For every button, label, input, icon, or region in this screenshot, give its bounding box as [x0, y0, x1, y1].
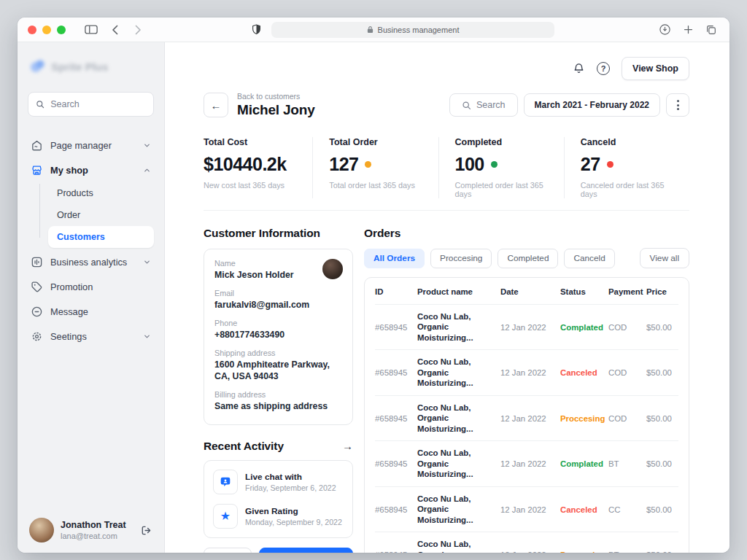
customer-avatar: [322, 259, 343, 279]
order-price: $50.00: [646, 414, 678, 423]
back-nav-icon[interactable]: [107, 22, 123, 38]
order-status: Complated: [560, 459, 608, 468]
minimize-window-button[interactable]: [42, 26, 51, 34]
star-icon: ★: [213, 504, 238, 529]
more-options-button[interactable]: [666, 93, 689, 117]
sidebar-item-business-analytics[interactable]: Business analytics: [28, 249, 154, 274]
order-product: Coco Nu Lab, Organic Moisturizing...: [417, 402, 500, 434]
logout-icon[interactable]: [140, 524, 152, 537]
date-range-button[interactable]: March 2021 - February 2022: [524, 93, 660, 117]
lock-icon: [367, 26, 374, 34]
close-window-button[interactable]: [28, 26, 36, 34]
sidebar-item-my-shop[interactable]: My shop: [28, 158, 154, 182]
top-action-bar: ? View Shop: [204, 57, 689, 80]
download-icon[interactable]: [657, 22, 673, 38]
tab-processing[interactable]: Proccesing: [430, 249, 492, 268]
message-icon: [31, 306, 43, 318]
table-row[interactable]: #658945 Coco Nu Lab, Organic Moisturizin…: [375, 486, 678, 532]
sidebar-item-order[interactable]: Order: [48, 204, 154, 226]
help-icon[interactable]: ?: [597, 62, 610, 75]
order-status: Proccesing: [560, 551, 608, 553]
search-input[interactable]: [50, 99, 146, 109]
table-row[interactable]: #658945 Coco Nu Lab, Organic Moisturizin…: [375, 440, 678, 486]
stat-label: Canceld: [581, 137, 682, 147]
main-content: ? View Shop ← Back to customers Michel J…: [165, 42, 729, 553]
order-price: $50.00: [646, 459, 678, 468]
order-id: #658945: [375, 323, 417, 332]
orders-heading: Orders: [364, 227, 400, 240]
stat-caption: Total order last 365 days: [329, 181, 430, 190]
tab-canceled[interactable]: Canceld: [564, 249, 614, 268]
page-title: Michel Jony: [237, 102, 315, 118]
sidebar: Sprite Plus Page manager My shop: [18, 42, 165, 553]
traffic-lights: [28, 26, 66, 34]
chat-badge-icon: [213, 470, 238, 494]
order-payment: COD: [608, 368, 646, 377]
order-date: 12 Jan 2022: [500, 551, 560, 553]
order-product: Coco Nu Lab, Organic Moisturizing...: [417, 494, 500, 525]
field-value: 1600 Amphiteatre Parkway, CA, USA 94043: [214, 359, 342, 383]
status-dot: [365, 161, 371, 168]
activity-item-live-chat[interactable]: Live chat with Friday, September 6, 2022: [213, 470, 344, 494]
sidebar-item-label: Message: [50, 306, 88, 317]
stat-value: 100: [455, 154, 484, 175]
recent-activity-card: Live chat with Friday, September 6, 2022…: [204, 460, 353, 538]
order-id: #658945: [375, 459, 417, 468]
sidebar-toggle-icon[interactable]: [83, 22, 99, 38]
shop-icon: [31, 164, 43, 176]
address-text: Business management: [378, 26, 460, 34]
table-row[interactable]: #658945 Coco Nu Lab, Organic Moisturizin…: [375, 304, 678, 349]
view-shop-button[interactable]: View Shop: [622, 57, 689, 80]
sidebar-item-products[interactable]: Products: [48, 182, 154, 204]
page-manager-icon: [31, 139, 43, 152]
recent-activity-heading: Recent Activity: [204, 440, 284, 453]
orders-table: ID Product name Date Status Payment Pric…: [364, 277, 689, 553]
chevron-down-icon: [143, 258, 151, 266]
back-button[interactable]: ←: [204, 93, 228, 117]
sidebar-item-customers[interactable]: Customers: [48, 226, 154, 248]
field-value: farukalvi8@gmail.com: [214, 300, 342, 311]
status-dot: [607, 161, 614, 168]
field-label: Billing address: [214, 390, 342, 399]
call-button[interactable]: Call: [204, 548, 252, 553]
search-button[interactable]: Search: [449, 93, 518, 117]
bell-icon[interactable]: [573, 62, 585, 75]
order-product: Coco Nu Lab, Organic Moisturizing...: [417, 448, 500, 479]
sidebar-item-label: Customers: [57, 232, 105, 242]
order-id: #658945: [375, 368, 417, 377]
message-button[interactable]: Message: [259, 548, 353, 553]
col-header-date: Date: [500, 287, 560, 296]
tab-all-orders[interactable]: All Orders: [364, 249, 425, 268]
table-row[interactable]: #658945 Coco Nu Lab, Organic Moisturizin…: [375, 532, 678, 553]
sidebar-item-label: Promotion: [50, 281, 93, 292]
sidebar-item-label: Products: [57, 188, 93, 198]
analytics-icon: [31, 256, 43, 268]
zoom-window-button[interactable]: [57, 26, 66, 34]
activity-date: Monday, September 9, 2022: [245, 518, 342, 526]
shield-icon[interactable]: [248, 22, 264, 38]
col-header-status: Status: [560, 287, 608, 296]
order-product: Coco Nu Lab, Organic Moisturizing...: [417, 539, 500, 553]
new-tab-icon[interactable]: [680, 22, 696, 38]
stat-label: Total Order: [329, 137, 430, 147]
breadcrumb[interactable]: Back to customers: [237, 92, 315, 101]
forward-nav-icon[interactable]: [130, 22, 146, 38]
sidebar-item-message[interactable]: Message: [28, 299, 154, 324]
sidebar-search[interactable]: [28, 92, 154, 117]
stat-label: Completed: [455, 137, 557, 147]
table-row[interactable]: #658945 Coco Nu Lab, Organic Moisturizin…: [375, 349, 678, 394]
view-all-button[interactable]: View all: [640, 248, 689, 268]
sidebar-item-page-manager[interactable]: Page manager: [28, 133, 154, 158]
sidebar-item-settings[interactable]: Seetings: [28, 324, 154, 349]
stat-caption: Completed order last 365 days: [455, 181, 557, 198]
activity-item-rating[interactable]: ★ Given Rating Monday, September 9, 2022: [213, 504, 344, 529]
address-bar[interactable]: Business management: [271, 22, 554, 38]
tab-completed[interactable]: Completed: [498, 249, 558, 268]
recent-activity-arrow-icon[interactable]: →: [342, 440, 353, 452]
table-row[interactable]: #658945 Coco Nu Lab, Organic Moisturizin…: [375, 395, 678, 440]
order-id: #658945: [375, 505, 417, 514]
sidebar-user[interactable]: Jonathon Treat lana@treat.com: [28, 513, 154, 544]
sidebar-item-promotion[interactable]: Promotion: [28, 274, 154, 299]
tab-overview-icon[interactable]: [703, 22, 719, 38]
order-price: $50.00: [646, 323, 678, 332]
